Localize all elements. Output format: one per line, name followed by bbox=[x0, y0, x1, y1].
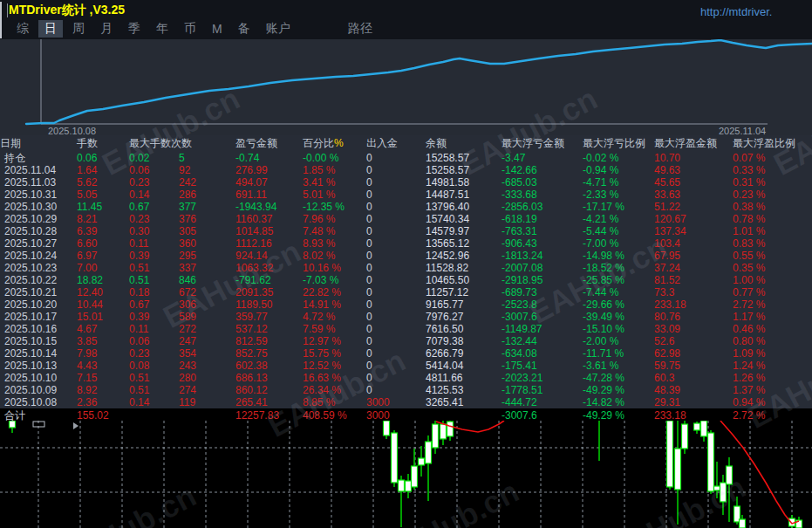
cell-max_float_profit_pct: 0.31 % bbox=[733, 176, 812, 189]
menu-item-8[interactable]: M bbox=[206, 21, 229, 37]
table-row[interactable]: 2025.11.041.640.0692276.991.85 %015258.5… bbox=[0, 164, 812, 176]
cell-max_float_loss: -175.41 bbox=[502, 360, 583, 372]
menu-item-9[interactable]: 备 bbox=[232, 20, 256, 38]
cell-lots: 7.15 bbox=[77, 372, 129, 384]
candle-body bbox=[714, 486, 720, 490]
candle-body bbox=[701, 421, 707, 436]
menu-item-path[interactable]: 路径 bbox=[342, 20, 379, 38]
cell-pnl: 537.12 bbox=[235, 323, 303, 335]
table-row[interactable]: 2025.10.107.150.51280686.1316.63 %04811.… bbox=[0, 372, 812, 384]
cell-balance: 11528.82 bbox=[426, 262, 502, 274]
cell-in_out: 0 bbox=[366, 311, 426, 323]
menu-bar: 综日周月季年币M备账户路径 bbox=[10, 20, 382, 38]
cell-max_lots: 0.11 bbox=[129, 323, 179, 335]
cell-lots: 3.85 bbox=[77, 335, 129, 347]
menu-item-3[interactable]: 周 bbox=[66, 20, 91, 38]
cell-pnl: 2091.35 bbox=[235, 286, 303, 298]
menu-item-10[interactable]: 账户 bbox=[260, 20, 297, 38]
candle-body bbox=[392, 433, 398, 483]
total-row[interactable]: 合计155.0212257.83408.59 %3000-3007.6-49.2… bbox=[0, 408, 812, 422]
table-row[interactable]: 2025.11.035.620.23242494.073.41 %014981.… bbox=[0, 176, 812, 189]
menu-item-1[interactable]: 综 bbox=[10, 20, 35, 38]
cell-in_out: 0 bbox=[366, 384, 426, 396]
cell-in_out: 0 bbox=[366, 189, 426, 201]
menu-item-5[interactable]: 季 bbox=[122, 20, 147, 38]
cell-balance: 9165.77 bbox=[426, 298, 502, 311]
header-5: 盈亏金额 bbox=[235, 137, 303, 149]
cell-balance: 14487.51 bbox=[426, 189, 502, 201]
cell-max_float_profit: 52.6 bbox=[654, 335, 733, 347]
candlestick-chart bbox=[0, 421, 812, 528]
header-3: 最大手数次数 bbox=[129, 137, 235, 149]
menu-item-2[interactable]: 日 bbox=[38, 20, 63, 38]
menu-item-4[interactable]: 月 bbox=[94, 20, 119, 38]
cell-pnl: -0.74 bbox=[235, 152, 303, 164]
cell-pct: 1.85 % bbox=[303, 164, 366, 176]
cell-pnl: 860.12 bbox=[235, 384, 303, 396]
cell-lots: 8.21 bbox=[77, 213, 129, 225]
table-row[interactable]: 2025.10.3011.450.67377-1943.94-12.35 %01… bbox=[0, 201, 812, 213]
cell-max_float_loss: -2007.08 bbox=[502, 262, 583, 274]
cell-max_lots: 0.08 bbox=[129, 360, 179, 372]
cell-max_float_loss: -2918.95 bbox=[502, 274, 583, 286]
cell-count: 119 bbox=[179, 396, 235, 408]
cell-lots: 6.39 bbox=[77, 225, 129, 237]
cell-lots: 5.05 bbox=[77, 189, 129, 201]
table-row[interactable]: 2025.10.098.920.51274860.1226.34 %04125.… bbox=[0, 384, 812, 396]
cell-pct: 8.85 % bbox=[303, 396, 366, 408]
table-row[interactable]: 2025.10.1715.010.39589359.774.72 %07976.… bbox=[0, 311, 812, 323]
cell-balance: 13796.40 bbox=[426, 201, 502, 213]
table-row[interactable]: 2025.10.2218.820.51846-791.62-7.03 %0104… bbox=[0, 274, 812, 286]
cell-max_float_loss_pct: -4.71 % bbox=[583, 176, 654, 189]
app-url-link[interactable]: http://mtdriver. bbox=[700, 5, 772, 18]
cell-pnl: 494.07 bbox=[235, 176, 303, 189]
cell-max_float_profit_pct: 0.83 % bbox=[733, 237, 812, 250]
candlestick-chart-svg bbox=[0, 421, 812, 528]
menu-item-6[interactable]: 年 bbox=[150, 20, 174, 38]
table-row[interactable]: 2025.10.2112.400.186722091.3522.82 %0112… bbox=[0, 286, 812, 298]
cell-max_float_profit: 233.18 bbox=[654, 298, 733, 311]
candle-body bbox=[419, 458, 425, 465]
header-2: 手数 bbox=[77, 137, 129, 149]
cell-max_lots: 0.06 bbox=[129, 335, 179, 347]
cell-max_float_loss: -1813.24 bbox=[502, 250, 583, 262]
cell-in_out: 0 bbox=[366, 323, 426, 335]
table-row[interactable]: 2025.10.246.970.39295924.148.02 %012452.… bbox=[0, 250, 812, 262]
table-row[interactable]: 2025.10.082.360.14119265.418.85 %3000326… bbox=[0, 396, 812, 408]
cell-pnl: 1160.37 bbox=[235, 213, 303, 225]
table-row[interactable]: 2025.10.315.050.14286691.115.01 %014487.… bbox=[0, 189, 812, 201]
cell-max_lots: 0.51 bbox=[129, 384, 179, 396]
cell-lots: 155.02 bbox=[77, 409, 129, 422]
cell-balance: 7976.27 bbox=[426, 311, 502, 323]
cell-max_float_profit_pct: 2.72 % bbox=[733, 409, 812, 422]
equity-line bbox=[26, 40, 812, 124]
table-row[interactable]: 2025.10.153.850.06247812.5912.97 %07079.… bbox=[0, 335, 812, 347]
candle-body bbox=[440, 424, 447, 439]
equity-chart-svg bbox=[0, 39, 812, 135]
table-row[interactable]: 2025.10.2010.440.673061189.5014.91 %0916… bbox=[0, 298, 812, 311]
candle-body bbox=[406, 481, 412, 491]
cell-max_float_loss: -3007.6 bbox=[502, 409, 583, 422]
cell-max_float_loss_pct: -29.66 % bbox=[583, 298, 654, 311]
cell-max_float_profit: 59.75 bbox=[654, 360, 733, 372]
cell-date: 持仓 bbox=[0, 152, 77, 164]
table-row[interactable]: 2025.10.276.600.113601112.168.93 %013565… bbox=[0, 237, 812, 250]
table-row[interactable]: 2025.10.286.390.303051014.857.48 %014579… bbox=[0, 225, 812, 237]
cell-in_out: 0 bbox=[366, 250, 426, 262]
table-row[interactable]: 2025.10.298.210.233761160.377.96 %015740… bbox=[0, 213, 812, 225]
cell-count: 243 bbox=[179, 360, 235, 372]
table-row[interactable]: 2025.10.164.670.11272537.127.59 %07616.5… bbox=[0, 323, 812, 335]
table-row[interactable]: 持仓0.060.025-0.74-0.00 %015258.57-3.47-0.… bbox=[0, 152, 812, 164]
table-row[interactable]: 2025.10.237.000.513371063.3210.16 %01152… bbox=[0, 262, 812, 274]
candle-body bbox=[447, 422, 454, 436]
table-row[interactable]: 2025.10.147.980.23354852.7515.75 %06266.… bbox=[0, 347, 812, 360]
cell-max_float_profit: 49.63 bbox=[654, 164, 733, 176]
cell-max_float_profit_pct: 1.17 % bbox=[733, 311, 812, 323]
cell-max_float_profit: 45.65 bbox=[654, 176, 733, 189]
cell-max_float_profit_pct: 0.77 % bbox=[733, 286, 812, 298]
cell-max_float_loss_pct: -0.02 % bbox=[583, 152, 654, 164]
cell-balance: 14981.58 bbox=[426, 176, 502, 189]
table-row[interactable]: 2025.10.134.430.08243602.3812.52 %05414.… bbox=[0, 360, 812, 372]
cell-max_float_profit_pct: 0.46 % bbox=[733, 323, 812, 335]
menu-item-7[interactable]: 币 bbox=[178, 20, 202, 38]
